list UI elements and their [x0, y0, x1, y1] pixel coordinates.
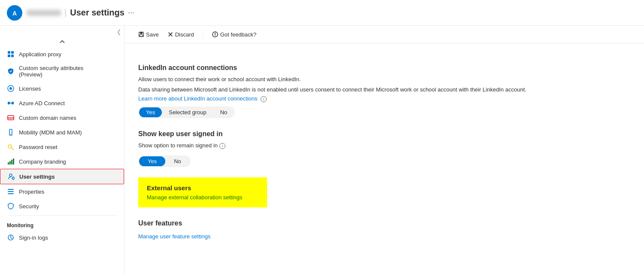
svg-point-7: [9, 87, 12, 90]
sidebar-item-company-branding[interactable]: Company branding: [0, 154, 124, 169]
svg-rect-3: [11, 51, 14, 54]
content-area: LinkedIn account connections Allow users…: [125, 43, 554, 250]
layout: 《 Application proxy Custom security attr…: [0, 26, 644, 274]
properties-icon: [7, 188, 15, 195]
sidebar-item-security[interactable]: Security: [0, 199, 124, 213]
feedback-icon: [212, 31, 219, 38]
linkedin-toggle-yes[interactable]: Yes: [139, 107, 162, 117]
svg-rect-20: [13, 158, 14, 164]
keep-signed-in-desc: Show option to remain signed in: [138, 141, 218, 150]
user-features-section: User features Manage user feature settin…: [138, 219, 540, 240]
feedback-button[interactable]: Got feedback?: [208, 29, 260, 40]
linkedin-title: LinkedIn account connections: [138, 64, 540, 72]
grid-icon: [7, 50, 15, 58]
svg-rect-32: [140, 32, 142, 34]
sidebar-collapse: 《: [0, 26, 124, 40]
main-content: Save Discard Got feedback? LinkedIn acco…: [125, 26, 644, 274]
monitoring-section-label: Monitoring: [0, 217, 124, 230]
shield-check-icon: [7, 67, 15, 75]
sidebar-item-sign-in-logs[interactable]: Sign-in logs: [0, 230, 124, 245]
save-icon: [138, 31, 144, 37]
discard-label: Discard: [175, 31, 194, 38]
toolbar: Save Discard Got feedback?: [125, 26, 644, 43]
sidebar-item-label: Sign-in logs: [19, 234, 48, 241]
svg-point-14: [10, 134, 11, 134]
svg-rect-9: [12, 102, 14, 104]
discard-icon: [167, 31, 173, 37]
linkedin-learn-more-link[interactable]: Learn more about LinkedIn account connec…: [138, 95, 258, 102]
linkedin-section: LinkedIn account connections Allow users…: [138, 64, 540, 118]
sidebar-item-licenses[interactable]: Licenses: [0, 81, 124, 96]
sidebar-item-custom-security[interactable]: Custom security attributes(Preview): [0, 61, 124, 81]
signin-icon: [7, 234, 15, 241]
toolbar-separator: [203, 30, 203, 39]
azure-ad-logo: A: [7, 5, 22, 21]
svg-rect-5: [11, 55, 14, 57]
domain-icon: www: [7, 114, 15, 122]
linkedin-info-icon[interactable]: i: [261, 96, 267, 102]
sidebar-item-label: Custom domain names: [19, 115, 76, 121]
sidebar-divider: [7, 215, 117, 216]
svg-rect-2: [8, 51, 10, 54]
svg-rect-4: [8, 55, 10, 57]
svg-point-37: [215, 36, 216, 37]
sidebar-item-label: Security: [19, 203, 39, 210]
sidebar-item-label: Company branding: [19, 158, 66, 165]
svg-rect-19: [11, 160, 12, 164]
sidebar-item-label: Custom security attributes(Preview): [19, 65, 83, 78]
sidebar-item-custom-domain[interactable]: www Custom domain names: [0, 110, 124, 125]
external-users-section: External users Manage external collabora…: [138, 177, 267, 207]
svg-point-15: [8, 145, 12, 148]
sidebar-item-label: Application proxy: [19, 51, 61, 58]
keep-signed-in-toggle-group: Yes No: [138, 155, 191, 167]
mobility-icon: [7, 128, 15, 136]
save-button[interactable]: Save: [135, 30, 162, 40]
linkedin-toggle-selected-group[interactable]: Selected group: [162, 107, 213, 117]
linkedin-desc2: Data sharing between Microsoft and Linke…: [138, 85, 540, 94]
org-name-blurred: [27, 10, 61, 16]
sidebar-item-label: Password reset: [19, 144, 58, 150]
user-features-link[interactable]: Manage user feature settings: [138, 233, 210, 240]
keep-signed-in-toggle-no[interactable]: No: [165, 156, 190, 166]
collapse-sidebar-button[interactable]: 《: [114, 28, 121, 37]
svg-text:www: www: [7, 116, 14, 119]
svg-point-21: [9, 174, 12, 177]
save-label: Save: [146, 31, 159, 38]
keep-signed-in-section: Show keep user signed in Show option to …: [138, 130, 540, 167]
header-separator: |: [64, 8, 67, 18]
sidebar: 《 Application proxy Custom security attr…: [0, 26, 125, 274]
linkedin-desc1: Allow users to connect their work or sch…: [138, 75, 540, 84]
svg-rect-18: [9, 161, 11, 164]
sidebar-item-application-proxy[interactable]: Application proxy: [0, 47, 124, 61]
more-options-icon[interactable]: ···: [128, 8, 134, 17]
svg-text:A: A: [12, 10, 17, 17]
svg-rect-29: [8, 193, 14, 194]
security-icon: [7, 202, 15, 210]
sidebar-item-label: Licenses: [19, 85, 41, 92]
sidebar-item-label: User settings: [19, 174, 55, 180]
sidebar-item-label: Mobility (MDM and MAM): [19, 129, 82, 136]
sidebar-item-user-settings[interactable]: User settings: [0, 169, 124, 184]
sidebar-item-label: Azure AD Connect: [19, 100, 65, 107]
sidebar-item-label: Properties: [19, 189, 44, 195]
svg-point-22: [12, 177, 15, 180]
license-icon: [7, 85, 15, 92]
keep-signed-in-title: Show keep user signed in: [138, 130, 540, 138]
sidebar-item-azure-ad-connect[interactable]: Azure AD Connect: [0, 96, 124, 110]
keep-signed-in-info-icon[interactable]: i: [219, 143, 225, 149]
sidebar-item-mobility[interactable]: Mobility (MDM and MAM): [0, 125, 124, 140]
user-settings-icon: [7, 173, 15, 180]
sidebar-item-properties[interactable]: Properties: [0, 184, 124, 199]
feedback-label: Got feedback?: [220, 31, 257, 38]
keep-signed-in-toggle-yes[interactable]: Yes: [139, 156, 165, 166]
branding-icon: [7, 158, 15, 165]
external-users-link[interactable]: Manage external collaboration settings: [147, 194, 243, 201]
linkedin-toggle-no[interactable]: No: [213, 107, 234, 117]
header: A | User settings ···: [0, 0, 644, 26]
key-icon: [7, 143, 15, 151]
sidebar-item-password-reset[interactable]: Password reset: [0, 140, 124, 154]
discard-button[interactable]: Discard: [164, 30, 197, 40]
user-features-title: User features: [138, 219, 540, 227]
connect-icon: [7, 99, 15, 107]
page-title: User settings: [70, 8, 125, 18]
